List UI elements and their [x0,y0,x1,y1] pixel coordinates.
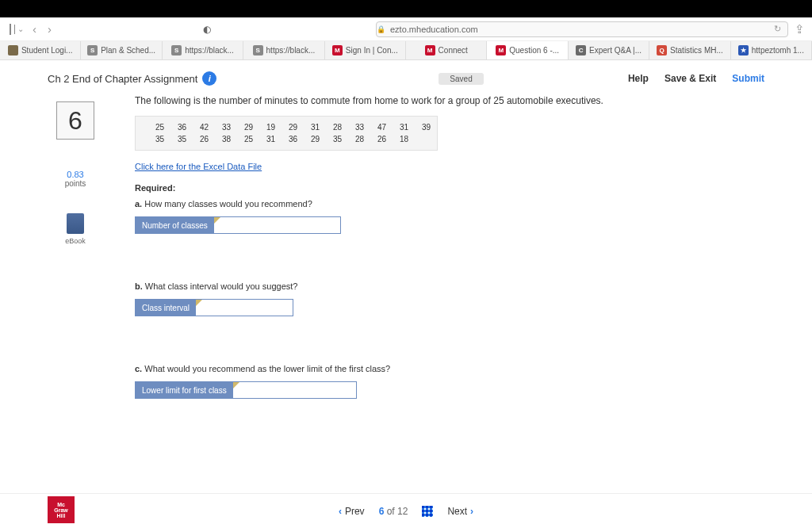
answer-b-row: Class interval [135,299,293,316]
tab-3[interactable]: Shttps://black... [243,41,324,59]
question-grid-icon[interactable] [422,506,433,517]
favicon-7: C [576,45,586,55]
answer-b-input[interactable] [196,300,293,316]
points-display: 0.83 points [65,170,86,188]
window-top-black [0,0,812,17]
tab-7[interactable]: CExpert Q&A |... [569,41,649,59]
tab-0[interactable]: Student Logi... [0,41,81,59]
ebook-icon [67,213,84,234]
favicon-8: Q [657,45,667,55]
data-row-1: 25364233291929312833473139 [142,121,431,133]
answer-b-label: Class interval [136,300,196,316]
back-icon[interactable]: ‹ [30,22,39,36]
favicon-2: S [171,45,182,55]
chevron-left-icon: ‹ [339,506,342,517]
favicon-6: M [496,45,506,55]
points-value: 0.83 [65,170,86,179]
favicon-4: M [332,45,343,55]
favicon-3: S [253,45,263,55]
flag-icon [214,217,220,224]
url-bar[interactable]: 🔒 ezto.mheducation.com ↻ [376,21,788,37]
browser-tabs: Student Logi... SPlan & Sched... Shttps:… [0,41,812,60]
answer-a-input[interactable] [214,217,340,233]
mcgraw-hill-logo: McGrawHill [48,496,75,523]
info-icon[interactable]: i [202,71,216,86]
answer-c-input[interactable] [233,382,356,398]
ebook-link[interactable]: eBook [65,213,86,245]
question-nav-footer: McGrawHill ‹ Prev 6 of 12 Next › [0,493,812,528]
question-sidebar: 6 0.83 points eBook [48,101,103,415]
page-indicator: 6 of 12 [379,506,408,517]
tab-8[interactable]: QStatistics MH... [649,41,730,59]
answer-a-row: Number of classes [135,216,341,234]
required-label: Required: [135,183,764,193]
answer-c-label: Lower limit for first class [136,382,233,398]
tab-6[interactable]: MQuestion 6 -... [487,41,568,59]
favicon-0 [8,45,18,55]
tab-5[interactable]: MConnect [406,41,487,59]
save-status-badge: Saved [439,73,483,85]
tab-1[interactable]: SPlan & Sched... [81,41,162,59]
browser-toolbar: ⌄ ‹ › ◐ 🔒 ezto.mheducation.com ↻ ⇪ + ⠿ [0,17,812,41]
sidebar-toggle-icon[interactable] [10,24,11,35]
part-c-text: c. What would you recommend as the lower… [135,364,764,373]
next-button[interactable]: Next › [447,506,473,517]
tab-2[interactable]: Shttps://black... [163,41,243,59]
flag-icon [233,382,239,388]
favicon-5: M [425,45,435,55]
answer-c-row: Lower limit for first class [135,381,357,399]
data-table: 25364233291929312833473139 3535263825313… [135,116,438,151]
forward-icon[interactable]: › [45,22,54,36]
part-a-text: a. How many classes would you recommend? [135,199,764,209]
share-icon[interactable]: ⇪ [795,22,805,36]
tab-9[interactable]: ★httpeztomh 1... [731,41,812,59]
help-button[interactable]: Help [628,73,649,84]
part-b-text: b. What class interval would you suggest… [135,281,764,291]
answer-a-label: Number of classes [136,217,214,233]
page-content: Ch 2 End of Chapter Assignment i Saved H… [0,60,812,528]
question-number-box: 6 [56,101,94,140]
lock-icon: 🔒 [377,25,385,33]
data-row-2: 353526382531362935282618 [142,133,431,145]
favicon-1: S [87,45,98,55]
excel-data-file-link[interactable]: Click here for the Excel Data File [135,162,262,171]
chevron-down-icon[interactable]: ⌄ [17,25,24,33]
points-label: points [65,179,86,188]
flag-icon [196,300,202,306]
refresh-icon[interactable]: ↻ [774,24,781,34]
shield-icon[interactable]: ◐ [203,24,211,35]
assignment-title: Ch 2 End of Chapter Assignment [48,73,197,85]
question-stem: The following is the number of minutes t… [135,95,764,106]
save-exit-button[interactable]: Save & Exit [665,73,716,84]
favicon-9: ★ [738,45,749,55]
assignment-header: Ch 2 End of Chapter Assignment i Saved H… [0,68,812,95]
chevron-right-icon: › [470,506,473,517]
url-text: ezto.mheducation.com [390,25,478,34]
submit-button[interactable]: Submit [732,73,764,84]
tab-4[interactable]: MSign In | Con... [325,41,406,59]
prev-button[interactable]: ‹ Prev [339,506,365,517]
question-body: The following is the number of minutes t… [103,95,764,415]
